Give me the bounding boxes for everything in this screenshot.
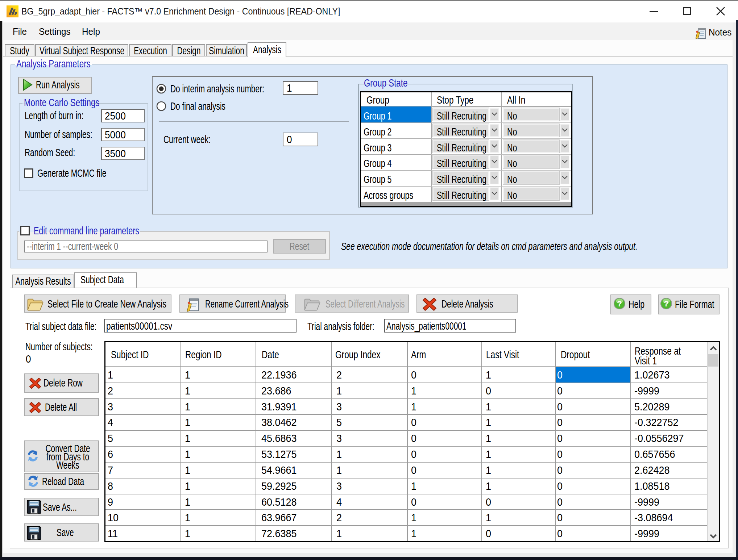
svg-text:?: ? [664, 299, 668, 308]
svg-text:?: ? [617, 299, 622, 308]
